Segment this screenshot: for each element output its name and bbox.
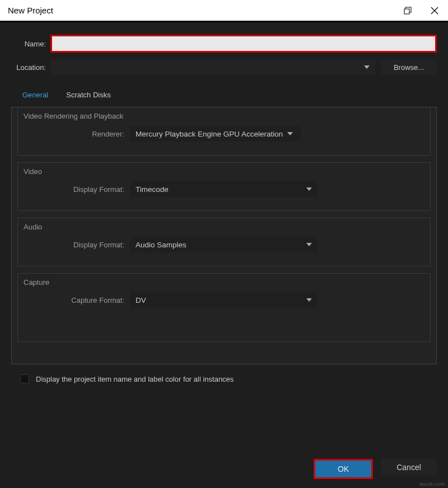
audio-format-label: Display Format: xyxy=(24,241,130,249)
tab-general[interactable]: General xyxy=(21,87,49,102)
group-video-title: Video xyxy=(24,167,424,176)
audio-format-field: Display Format: Audio Samples xyxy=(24,237,424,252)
titlebar: New Project xyxy=(0,0,448,22)
window-title: New Project xyxy=(8,6,53,15)
tab-scratch-disks[interactable]: Scratch Disks xyxy=(65,87,111,102)
chevron-down-icon xyxy=(306,187,312,191)
ok-button-highlight: OK xyxy=(314,459,373,479)
group-capture-title: Capture xyxy=(24,278,424,287)
name-input[interactable] xyxy=(52,36,435,51)
location-label: Location: xyxy=(11,63,50,72)
tab-panel: Video Rendering and Playback Renderer: M… xyxy=(11,107,437,364)
video-format-dropdown[interactable]: Timecode xyxy=(130,181,318,197)
svg-rect-1 xyxy=(404,9,409,14)
name-row: Name: xyxy=(11,35,437,53)
close-icon[interactable] xyxy=(421,0,448,22)
video-format-label: Display Format: xyxy=(24,185,130,194)
renderer-label: Renderer: xyxy=(24,130,130,138)
video-format-field: Display Format: Timecode xyxy=(24,181,424,197)
display-item-name-label: Display the project item name and label … xyxy=(36,375,234,383)
capture-format-field: Capture Format: DV xyxy=(24,292,424,308)
display-item-name-row: Display the project item name and label … xyxy=(20,374,437,383)
video-format-value: Timecode xyxy=(136,185,169,194)
footer: OK Cancel xyxy=(11,449,437,479)
chevron-down-icon xyxy=(306,243,312,246)
chevron-down-icon xyxy=(364,65,370,69)
name-label: Name: xyxy=(11,40,50,48)
chevron-down-icon xyxy=(287,132,293,135)
chevron-down-icon xyxy=(306,298,312,302)
group-capture: Capture Capture Format: DV xyxy=(17,273,431,342)
renderer-dropdown[interactable]: Mercury Playback Engine GPU Acceleration xyxy=(130,126,301,142)
ok-button[interactable]: OK xyxy=(315,461,371,477)
group-audio-title: Audio xyxy=(24,223,424,231)
capture-format-value: DV xyxy=(136,296,146,304)
group-rendering-title: Video Rendering and Playback xyxy=(24,112,424,120)
dialog-body: Name: Location: Browse... General Scratc… xyxy=(0,22,448,488)
group-audio: Audio Display Format: Audio Samples xyxy=(17,218,431,266)
renderer-value: Mercury Playback Engine GPU Acceleration xyxy=(136,130,283,138)
audio-format-value: Audio Samples xyxy=(136,241,186,249)
audio-format-dropdown[interactable]: Audio Samples xyxy=(130,237,318,252)
location-row: Location: Browse... xyxy=(11,59,437,75)
location-dropdown[interactable] xyxy=(50,59,375,75)
renderer-field: Renderer: Mercury Playback Engine GPU Ac… xyxy=(24,126,424,142)
group-video: Video Display Format: Timecode xyxy=(17,162,431,211)
cancel-button[interactable]: Cancel xyxy=(381,459,437,476)
capture-format-label: Capture Format: xyxy=(24,296,130,304)
group-rendering: Video Rendering and Playback Renderer: M… xyxy=(17,107,431,156)
browse-button[interactable]: Browse... xyxy=(381,59,437,75)
window-restore-icon[interactable] xyxy=(394,0,421,22)
tabs: General Scratch Disks xyxy=(11,87,437,102)
display-item-name-checkbox[interactable] xyxy=(20,374,29,383)
watermark: wsxdn.com xyxy=(419,481,445,487)
name-input-highlight xyxy=(50,35,437,53)
capture-format-dropdown[interactable]: DV xyxy=(130,292,318,308)
